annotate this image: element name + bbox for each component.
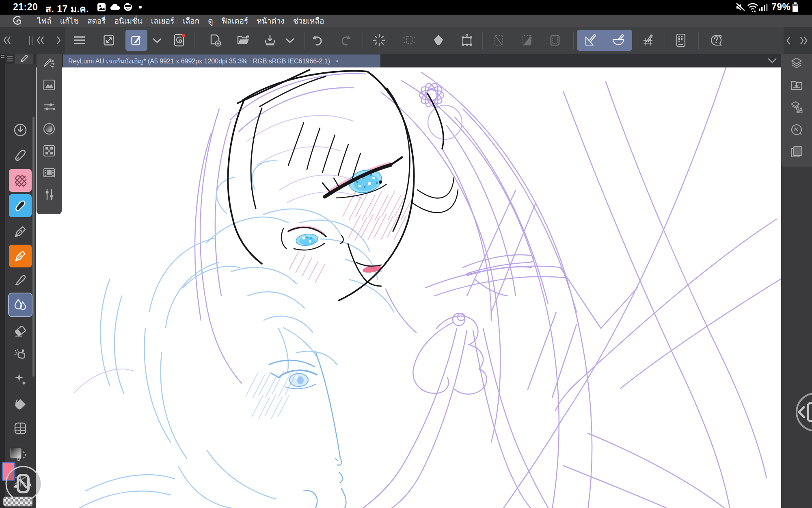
menu-window[interactable]: หน้าต่าง [257, 15, 284, 27]
tool-frame-border[interactable] [9, 417, 32, 440]
fill-button[interactable] [428, 30, 449, 51]
menu-file[interactable]: ไฟล์ [37, 15, 52, 27]
toolbar-divider [665, 32, 665, 49]
mixer-icon[interactable] [43, 189, 55, 201]
tool-scrollbar[interactable] [32, 117, 35, 377]
tool-tab-pencil[interactable] [15, 54, 33, 64]
status-bar: 21:20 ส. 17 ม.ค. 79% [0, 0, 812, 15]
tool-fill-bucket[interactable] [9, 393, 32, 415]
black-lineart-group [228, 70, 458, 300]
scroll-right-double-icon[interactable] [799, 36, 810, 46]
menu-layer[interactable]: เลเยอร์ [151, 15, 174, 27]
tool-divider [11, 218, 29, 218]
canvas-copy-icon[interactable] [790, 145, 803, 158]
panel-scroll-right-icon[interactable] [55, 35, 62, 46]
quick-access-button[interactable] [125, 30, 147, 51]
tool-blend[interactable] [9, 293, 32, 316]
import-folder-icon[interactable] [790, 79, 803, 91]
clip-studio-logo-icon [11, 15, 24, 26]
save-button[interactable] [259, 30, 281, 51]
ribbon-bow-sketch [361, 322, 549, 508]
collapse-left-icon[interactable] [2, 35, 11, 46]
tool-decoration[interactable] [9, 169, 32, 192]
invert-selection-button[interactable] [516, 30, 538, 51]
selection-border-button[interactable] [544, 30, 566, 51]
menu-help[interactable]: ช่วยเหลือ [293, 15, 324, 27]
divider-handle-icon [28, 35, 33, 46]
purple-under-sketch [74, 115, 361, 393]
timeline-icon[interactable] [43, 167, 55, 179]
document-title: ReyLumi AU เจอกันบังเอิญ* (A5 9921 x 699… [68, 56, 330, 66]
mute-icon [735, 2, 745, 12]
snap-special-ruler-button[interactable] [607, 30, 629, 51]
navigator-icon[interactable] [43, 79, 55, 91]
toolbar-divider [304, 32, 305, 49]
snap-grid-button[interactable] [637, 30, 659, 51]
collapse-panel-button[interactable] [793, 391, 812, 433]
companion-mode-button[interactable] [670, 30, 692, 51]
palette-menu-icon[interactable] [6, 56, 13, 62]
selection-border-icon [549, 34, 561, 46]
deselect-button[interactable] [488, 30, 510, 51]
sub-color-chip[interactable] [10, 448, 22, 458]
tool-airbrush[interactable] [9, 343, 32, 366]
layers-icon[interactable] [790, 57, 803, 69]
hamburger-icon [73, 35, 86, 45]
drawing-canvas[interactable] [36, 67, 781, 508]
transparent-color-chip[interactable] [3, 497, 32, 506]
gradient-icon[interactable] [43, 123, 55, 135]
tab-list-chevron-icon[interactable] [767, 57, 778, 64]
menu-animation[interactable]: อนิเมชั่น [114, 15, 143, 27]
panel-scroll-left-icon[interactable] [36, 35, 45, 46]
undo-button[interactable] [306, 30, 328, 51]
right-sidebar [781, 54, 812, 508]
document-tab[interactable]: ReyLumi AU เจอกันบังเอิญ* (A5 9921 x 699… [63, 54, 380, 67]
main-menu-button[interactable] [69, 30, 91, 51]
tool-brush[interactable] [9, 269, 32, 292]
transform-button[interactable] [456, 30, 478, 51]
artwork [36, 67, 781, 508]
menu-edit[interactable]: แก้ไข [60, 15, 79, 27]
cloud-icon [110, 3, 120, 12]
blue-sketch-group [77, 161, 394, 508]
transform-icon [461, 34, 473, 47]
selection-blink-button[interactable] [398, 30, 420, 51]
subview-icon[interactable] [790, 124, 803, 136]
tool-marker-blue[interactable] [9, 194, 32, 217]
clock: 21:20 [13, 2, 38, 13]
tool-marker[interactable] [9, 144, 32, 167]
fit-screen-button[interactable] [98, 30, 120, 51]
tool-pen[interactable] [9, 220, 32, 243]
color-set-icon[interactable] [43, 145, 55, 157]
edge-handle-icon[interactable] [1, 54, 5, 59]
layer-property-icon[interactable] [790, 101, 803, 113]
brush-settings-icon[interactable] [43, 57, 55, 69]
scroll-left-icon[interactable] [785, 36, 792, 46]
water-drops-icon [13, 297, 28, 313]
quick-access-chevron-icon[interactable] [152, 37, 162, 44]
save-chevron-icon[interactable] [285, 37, 295, 44]
toolbar-divider [194, 32, 194, 49]
clip-studio-app-button[interactable] [168, 30, 190, 51]
tool-property-icon[interactable] [43, 101, 55, 113]
new-canvas-button[interactable] [205, 30, 227, 51]
deselect-icon [492, 34, 505, 46]
open-file-button[interactable] [233, 30, 255, 51]
menu-select[interactable]: เลือก [183, 15, 199, 27]
document-tab-row: ReyLumi AU เจอกันบังเอิญ* (A5 9921 x 699… [36, 54, 781, 67]
menu-view[interactable]: ดู [208, 15, 213, 27]
fill-icon [432, 34, 445, 46]
select-launcher-button[interactable] [368, 30, 390, 51]
tool-eraser[interactable] [9, 319, 32, 342]
tool-download-tools[interactable] [9, 119, 32, 141]
left-edge-strip [0, 54, 5, 508]
menu-story[interactable]: สตอรี่ [87, 15, 106, 27]
tool-sparkle-decoration[interactable] [9, 367, 32, 390]
help-button[interactable] [705, 30, 727, 51]
snap-ruler-button[interactable] [579, 30, 601, 51]
pencil-tab-icon [19, 54, 28, 63]
redo-button[interactable] [335, 30, 357, 51]
tool-palette-header [5, 54, 36, 64]
tool-pen-orange[interactable] [9, 245, 32, 267]
menu-filter[interactable]: ฟิลเตอร์ [222, 15, 248, 27]
